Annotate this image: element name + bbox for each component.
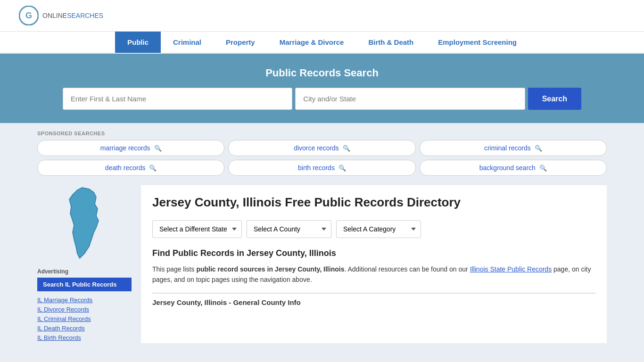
list-item: IL Marriage Records: [37, 296, 132, 304]
category-dropdown[interactable]: Select A Category: [336, 220, 421, 238]
sponsored-grid: marriage records 🔍 divorce records 🔍 cri…: [37, 140, 607, 176]
header: G ONLINESEARCHES: [0, 0, 644, 32]
main-content: Jersey County, Illinois Free Public Reco…: [141, 185, 607, 343]
sponsored-criminal-records[interactable]: criminal records 🔍: [420, 140, 607, 156]
il-death-records-link[interactable]: IL Death Records: [37, 325, 85, 332]
advertising-label: Advertising: [37, 268, 132, 275]
nav-item-property[interactable]: Property: [214, 32, 267, 53]
main-nav: Public Criminal Property Marriage & Divo…: [0, 32, 644, 54]
sponsored-birth-records-label: birth records: [298, 164, 335, 172]
search-il-button[interactable]: Search IL Public Records: [37, 278, 132, 291]
search-button[interactable]: Search: [528, 88, 581, 110]
sponsored-criminal-records-label: criminal records: [484, 144, 531, 152]
dropdowns-row: Select a Different State Select A County…: [152, 220, 595, 238]
find-records-title: Find Public Records in Jersey County, Il…: [152, 248, 595, 258]
search-icon-4: 🔍: [149, 165, 157, 172]
list-item: IL Death Records: [37, 324, 132, 332]
hero-section: Public Records Search Search: [0, 54, 644, 123]
sponsored-birth-records[interactable]: birth records 🔍: [228, 160, 415, 176]
search-icon-5: 🔍: [339, 165, 346, 172]
sidebar: Advertising Search IL Public Records IL …: [37, 185, 132, 343]
logo-searches-text: SEARCHES: [67, 12, 103, 19]
page-title: Jersey County, Illinois Free Public Reco…: [152, 195, 595, 211]
sponsored-background-search[interactable]: background search 🔍: [420, 160, 607, 176]
search-icon-1: 🔍: [154, 145, 162, 152]
list-item: IL Criminal Records: [37, 315, 132, 322]
sidebar-links: IL Marriage Records IL Divorce Records I…: [37, 296, 132, 341]
state-map: [37, 185, 132, 261]
sponsored-background-search-label: background search: [479, 164, 536, 172]
sponsored-divorce-records-label: divorce records: [294, 144, 339, 152]
sponsored-section: SPONSORED SEARCHES marriage records 🔍 di…: [37, 131, 607, 176]
county-info-heading: Jersey County, Illinois - General County…: [152, 293, 595, 306]
nav-item-birth-death[interactable]: Birth & Death: [356, 32, 426, 53]
desc-part1: This page lists: [152, 265, 196, 273]
sponsored-marriage-records-label: marriage records: [100, 144, 150, 152]
content-layout: Advertising Search IL Public Records IL …: [37, 185, 607, 343]
svg-marker-2: [69, 188, 99, 258]
nav-item-criminal[interactable]: Criminal: [161, 32, 214, 53]
il-birth-records-link[interactable]: IL Birth Records: [37, 334, 81, 341]
search-icon-2: 🔍: [343, 145, 350, 152]
nav-item-employment[interactable]: Employment Screening: [426, 32, 529, 53]
nav-item-marriage-divorce[interactable]: Marriage & Divorce: [267, 32, 356, 53]
county-dropdown[interactable]: Select A County: [247, 220, 331, 238]
logo-text: ONLINESEARCHES: [42, 12, 103, 19]
list-item: IL Birth Records: [37, 334, 132, 341]
il-divorce-records-link[interactable]: IL Divorce Records: [37, 306, 89, 313]
sponsored-divorce-records[interactable]: divorce records 🔍: [228, 140, 415, 156]
sponsored-death-records-label: death records: [105, 164, 146, 172]
state-dropdown[interactable]: Select a Different State: [152, 220, 242, 238]
main-wrapper: SPONSORED SEARCHES marriage records 🔍 di…: [30, 123, 614, 351]
location-search-input[interactable]: [295, 88, 525, 110]
sponsored-death-records[interactable]: death records 🔍: [37, 160, 224, 176]
name-search-input[interactable]: [63, 88, 292, 110]
nav-item-public[interactable]: Public: [115, 32, 161, 53]
search-icon-6: 🔍: [539, 165, 547, 172]
sponsored-marriage-records[interactable]: marriage records 🔍: [37, 140, 224, 156]
illinois-map-svg: [56, 185, 113, 261]
list-item: IL Divorce Records: [37, 305, 132, 313]
desc-part2: . Additional resources can be found on o…: [344, 265, 470, 273]
desc-bold: public record sources in Jersey County, …: [196, 265, 344, 273]
svg-text:G: G: [25, 11, 32, 20]
description-text: This page lists public record sources in…: [152, 264, 595, 285]
hero-title: Public Records Search: [19, 67, 625, 79]
search-row: Search: [63, 88, 581, 110]
search-icon-3: 🔍: [535, 145, 542, 152]
logo-online-text: ONLINE: [42, 12, 67, 19]
logo: G ONLINESEARCHES: [19, 6, 103, 25]
il-criminal-records-link[interactable]: IL Criminal Records: [37, 315, 91, 322]
il-marriage-records-link[interactable]: IL Marriage Records: [37, 296, 92, 304]
illinois-state-link[interactable]: Illinois State Public Records: [470, 265, 552, 273]
logo-icon: G: [19, 6, 39, 25]
sponsored-label: SPONSORED SEARCHES: [37, 131, 607, 136]
